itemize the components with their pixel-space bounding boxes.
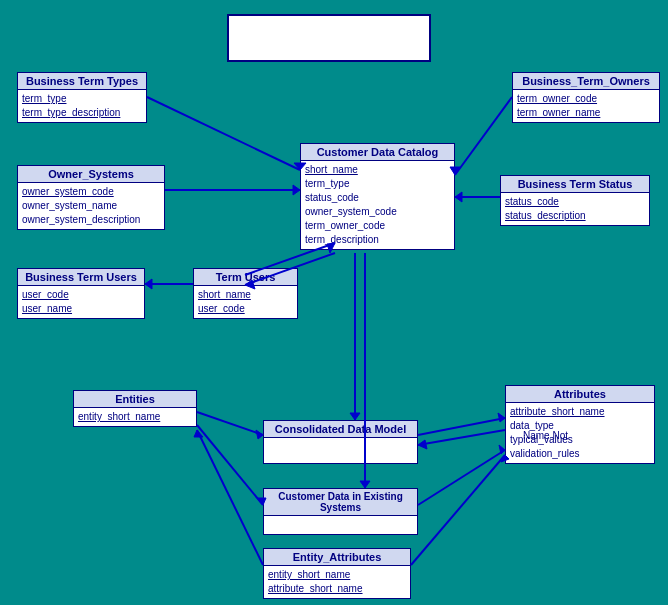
field: term_owner_code — [517, 92, 655, 106]
name-not-label: Name Not — [523, 430, 568, 441]
svg-line-2 — [455, 97, 512, 175]
svg-line-22 — [418, 450, 505, 505]
field: attribute_short_name — [510, 405, 650, 419]
box-title: Business Term Users — [18, 269, 144, 286]
field: short_name — [198, 288, 293, 302]
field: entity_short_name — [78, 410, 192, 424]
field: term_description — [305, 233, 450, 247]
box-consolidated-data-model: Consolidated Data Model — [263, 420, 418, 464]
box-title: Business Term Types — [18, 73, 146, 90]
field: term_owner_code — [305, 219, 450, 233]
svg-line-16 — [418, 418, 505, 435]
field: validation_rules — [510, 447, 650, 461]
field: user_code — [198, 302, 293, 316]
box-customer-data-catalog: Customer Data Catalog short_name term_ty… — [300, 143, 455, 250]
field: owner_system_name — [22, 199, 160, 213]
box-body — [264, 516, 417, 534]
box-owner-systems: Owner_Systems owner_system_code owner_sy… — [17, 165, 165, 230]
box-business-term-owners: Business_Term_Owners term_owner_code ter… — [512, 72, 660, 123]
svg-marker-7 — [455, 192, 462, 202]
svg-line-18 — [418, 430, 505, 445]
svg-line-26 — [411, 455, 505, 565]
box-title: Term Users — [194, 269, 297, 286]
title-box — [227, 14, 431, 62]
box-business-term-users: Business Term Users user_code user_name — [17, 268, 145, 319]
svg-line-20 — [197, 425, 263, 505]
box-body: term_type term_type_description — [18, 90, 146, 122]
svg-line-24 — [197, 430, 263, 565]
box-entity-attributes: Entity_Attributes entity_short_name attr… — [263, 548, 411, 599]
svg-line-0 — [147, 97, 300, 170]
box-title: Consolidated Data Model — [264, 421, 417, 438]
field: owner_system_description — [22, 213, 160, 227]
box-title: Owner_Systems — [18, 166, 164, 183]
field: short_name — [305, 163, 450, 177]
svg-marker-29 — [350, 413, 360, 420]
svg-marker-9 — [145, 279, 152, 289]
box-business-term-status: Business Term Status status_code status_… — [500, 175, 650, 226]
box-body: user_code user_name — [18, 286, 144, 318]
box-title: Entities — [74, 391, 196, 408]
svg-marker-5 — [293, 185, 300, 195]
svg-marker-31 — [360, 481, 370, 488]
field: term_type_description — [22, 106, 142, 120]
box-title: Business_Term_Owners — [513, 73, 659, 90]
field: status_code — [305, 191, 450, 205]
field: status_description — [505, 209, 645, 223]
box-customer-data-existing: Customer Data in Existing Systems — [263, 488, 418, 535]
svg-marker-17 — [498, 413, 505, 422]
box-title: Entity_Attributes — [264, 549, 410, 566]
field: owner_system_code — [22, 185, 160, 199]
box-business-term-types: Business Term Types term_type term_type_… — [17, 72, 147, 123]
field: entity_short_name — [268, 568, 406, 582]
box-body: entity_short_name attribute_short_name — [264, 566, 410, 598]
svg-line-14 — [197, 412, 263, 435]
box-body: owner_system_code owner_system_name owne… — [18, 183, 164, 229]
field: term_owner_name — [517, 106, 655, 120]
field: user_name — [22, 302, 140, 316]
field: term_type — [305, 177, 450, 191]
field: owner_system_code — [305, 205, 450, 219]
field: term_type — [22, 92, 142, 106]
box-title: Attributes — [506, 386, 654, 403]
box-title: Business Term Status — [501, 176, 649, 193]
box-term-users: Term Users short_name user_code — [193, 268, 298, 319]
box-body: status_code status_description — [501, 193, 649, 225]
box-body: short_name term_type status_code owner_s… — [301, 161, 454, 249]
diagram-container: Business Term Types term_type term_type_… — [0, 0, 668, 605]
field: user_code — [22, 288, 140, 302]
box-attributes: Attributes attribute_short_name data_typ… — [505, 385, 655, 464]
box-title: Customer Data in Existing Systems — [264, 489, 417, 516]
svg-marker-15 — [256, 430, 263, 439]
svg-marker-19 — [418, 440, 427, 449]
box-entities: Entities entity_short_name — [73, 390, 197, 427]
field: status_code — [505, 195, 645, 209]
box-body — [264, 438, 417, 460]
field: attribute_short_name — [268, 582, 406, 596]
box-body: short_name user_code — [194, 286, 297, 318]
box-body: term_owner_code term_owner_name — [513, 90, 659, 122]
box-title: Customer Data Catalog — [301, 144, 454, 161]
box-body: entity_short_name — [74, 408, 196, 426]
svg-marker-25 — [194, 430, 203, 437]
